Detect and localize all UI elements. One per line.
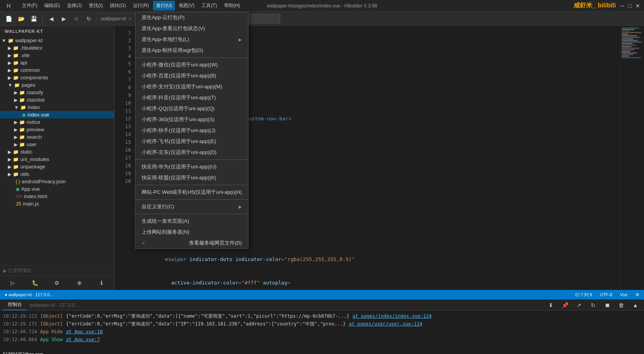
tree-item-root[interactable]: ▼ 📁 wallpaper-kt bbox=[0, 37, 114, 44]
menu-mp-toutiao[interactable]: 小程序-抖音(仅适用于uni-app)(T) bbox=[135, 92, 248, 103]
log-source-link[interactable]: at App.vue:7 bbox=[66, 336, 100, 343]
console-scroll-bottom[interactable]: ⬇ bbox=[545, 300, 556, 311]
close-button[interactable]: ✕ bbox=[635, 3, 641, 9]
folder-closed-icon: ▶ bbox=[8, 45, 11, 51]
menu-edit[interactable]: 编辑(E) bbox=[41, 1, 63, 11]
tree-item-unpackage[interactable]: ▶ 📁 unpackage bbox=[0, 163, 114, 170]
console-pin-button[interactable]: 📌 bbox=[559, 300, 570, 311]
folder-closed-icon: ▶ bbox=[14, 97, 18, 103]
tab-close-icon[interactable]: ✕ bbox=[129, 17, 132, 21]
console-stop-button[interactable]: ⏹ bbox=[602, 300, 613, 311]
tree-item-index-vue[interactable]: ◉ index.vue bbox=[0, 111, 114, 118]
open-file-button[interactable]: 📂 bbox=[16, 13, 27, 24]
menu-gen-publish-page[interactable]: 生成统一发布页面(A) bbox=[135, 216, 248, 227]
tree-item-classlist[interactable]: ▶ 📁 classlist bbox=[0, 96, 114, 104]
tree-item-notice[interactable]: ▶ 📁 notice bbox=[0, 118, 114, 126]
tab-console[interactable]: 控制台 bbox=[3, 300, 27, 310]
menu-custom-publish[interactable]: 自定义发行(C) bbox=[135, 201, 248, 212]
menu-quickapp-huawei[interactable]: 快应用-华为(仅适用于uni-app)(U) bbox=[135, 161, 248, 172]
tree-item-user[interactable]: ▶ 📁 user bbox=[0, 141, 114, 148]
menu-native-cloud-status[interactable]: 原生App-查看云打包状态(V) bbox=[135, 23, 248, 34]
sidebar-settings-button[interactable]: ⚙ bbox=[52, 277, 63, 288]
app-icon[interactable]: H bbox=[3, 0, 14, 11]
sidebar-ext-button[interactable]: ⊕ bbox=[74, 277, 85, 288]
bookmark-button[interactable]: ☆ bbox=[71, 13, 82, 24]
minimize-button[interactable]: ─ bbox=[619, 3, 625, 9]
tree-item-uni-modules[interactable]: ▶ 📁 uni_modules bbox=[0, 156, 114, 163]
menu-item-label: 小程序-快手(仅适用于uni-app)(J) bbox=[142, 127, 216, 134]
sidebar-info-button[interactable]: ℹ bbox=[96, 277, 107, 288]
log-source-link[interactable]: at App.vue:10 bbox=[66, 328, 103, 336]
menu-native-wgt[interactable]: 原生App-制作应用wgt包(G) bbox=[135, 45, 248, 56]
new-file-button[interactable]: 📄 bbox=[3, 13, 14, 24]
menu-mp-kuaishou[interactable]: 小程序-快手(仅适用于uni-app)(J) bbox=[135, 125, 248, 136]
status-project[interactable]: ● wallpaper-kt · 127.0.0... bbox=[3, 292, 55, 297]
tree-item-components[interactable]: ▶ 📁 components bbox=[0, 74, 114, 81]
menu-h5[interactable]: 网站-PC Web或手机H5(仅适用于uni-app)(H) bbox=[135, 187, 248, 198]
menu-mp-feishu[interactable]: 小程序-飞书(仅适用于uni-app)(E) bbox=[135, 136, 248, 147]
console-collapse-button[interactable]: ▲ bbox=[630, 300, 641, 311]
tree-item-main-js[interactable]: JS main.js bbox=[0, 200, 114, 207]
refresh-button[interactable]: ↻ bbox=[83, 13, 94, 24]
tree-item-hbuilderx[interactable]: ▶ 📁 .hbuilderx bbox=[0, 44, 114, 52]
tree-item-common[interactable]: ▶ 📁 common bbox=[0, 66, 114, 74]
minimap-line bbox=[622, 43, 633, 44]
menu-find[interactable]: 查找(I) bbox=[86, 1, 106, 11]
toolbar-separator bbox=[42, 15, 43, 23]
log-timestamp: 10:12:29.123 bbox=[3, 312, 37, 320]
menu-quickapp-union[interactable]: 快应用-联盟(仅适用于uni-app)(K) bbox=[135, 172, 248, 183]
menu-view[interactable]: 视图(V) bbox=[176, 1, 198, 11]
status-settings-icon[interactable]: ⚙ bbox=[634, 292, 641, 297]
menu-native-cloud-pack[interactable]: 原生App-云打包(P) bbox=[135, 12, 248, 23]
menu-publish[interactable]: 发行(U) bbox=[153, 1, 175, 11]
menu-mp-wechat[interactable]: 小程序-微信(仅适用于uni-app)(W) bbox=[135, 59, 248, 70]
menu-bar: 文件(F) 编辑(E) 选择(J) 查找(I) 跳转(G) 运行(R) 发行(U… bbox=[19, 1, 243, 11]
menu-run[interactable]: 运行(R) bbox=[130, 1, 152, 11]
menu-item-label: 查看服务端网页文件(D) bbox=[189, 240, 242, 247]
menu-native-local-pack[interactable]: 原生App-本地打包(L) bbox=[135, 34, 248, 45]
tree-item-app-vue[interactable]: ◉ App.vue bbox=[0, 185, 114, 193]
menu-mp-jingdong[interactable]: 小程序-京东(仅适用于uni-app)(D) bbox=[135, 147, 248, 158]
menu-tools[interactable]: 工具(T) bbox=[198, 1, 220, 11]
status-file-type[interactable]: Vue bbox=[619, 292, 629, 297]
tree-item-pages[interactable]: ▼ 📁 pages bbox=[0, 81, 114, 89]
console-content: 10:12:29.123 [Object] {"errCode":0,"errM… bbox=[0, 311, 644, 354]
tree-item-index[interactable]: ▼ 📁 index bbox=[0, 104, 114, 111]
menu-select[interactable]: 选择(J) bbox=[64, 1, 85, 11]
console-external-link[interactable]: ↗ bbox=[574, 300, 585, 311]
tree-item-utils[interactable]: ▶ 📁 utils bbox=[0, 170, 114, 178]
menu-mp-qq[interactable]: 小程序-QQ(仅适用于uni-app)(Q) bbox=[135, 103, 248, 114]
console-refresh-button[interactable]: ↻ bbox=[588, 300, 599, 311]
menu-mp-alipay[interactable]: 小程序-支付宝(仅适用于uni-app)(M) bbox=[135, 81, 248, 92]
nav-forward-button[interactable]: ▶ bbox=[58, 13, 69, 24]
tree-item-classify[interactable]: ▶ 📁 classify bbox=[0, 89, 114, 96]
nav-back-button[interactable]: ◀ bbox=[46, 13, 57, 24]
status-encoding[interactable]: UTF-8 bbox=[599, 292, 614, 297]
folder-open-icon: ▼ bbox=[2, 38, 6, 43]
save-button[interactable]: 💾 bbox=[28, 13, 39, 24]
tree-item-preview[interactable]: ▶ 📁 preview bbox=[0, 126, 114, 133]
tab-wallpaper-kt[interactable]: wallpaper-kt ✕ bbox=[96, 13, 137, 24]
menu-view-server-files[interactable]: ✓ 查看服务端网页文件(D) bbox=[135, 238, 248, 249]
menu-upload-server[interactable]: 上传网站到服务器(N) bbox=[135, 227, 248, 238]
menu-mp-360[interactable]: 小程序-360(仅适用于uni-app)(S) bbox=[135, 114, 248, 125]
maximize-button[interactable]: □ bbox=[627, 3, 633, 9]
tree-item-search[interactable]: ▶ 📁 search bbox=[0, 133, 114, 141]
sidebar-debug-button[interactable]: 🐛 bbox=[29, 277, 40, 288]
tree-item-static[interactable]: ▶ 📁 static bbox=[0, 148, 114, 156]
console-clear-button[interactable]: 🗑 bbox=[616, 300, 627, 311]
tree-item-androidprivacy[interactable]: { } androidPrivacy.json bbox=[0, 178, 114, 185]
menu-mp-baidu[interactable]: 小程序-百度(仅适用于uni-app)(B) bbox=[135, 70, 248, 81]
status-position[interactable]: 行:7 列:9 bbox=[574, 292, 594, 298]
tree-item-vite[interactable]: ▶ 📁 .vite bbox=[0, 52, 114, 59]
tree-label: user bbox=[27, 141, 36, 147]
log-source-link[interactable]: at pages/index/index.vue:124 bbox=[353, 312, 432, 320]
menu-file[interactable]: 文件(F) bbox=[19, 1, 40, 11]
tree-item-api[interactable]: ▶ 📁 api bbox=[0, 59, 114, 66]
menu-help[interactable]: 帮助(H) bbox=[221, 1, 243, 11]
tree-label-index: index bbox=[28, 104, 40, 110]
log-source-link[interactable]: at pages/user/user.vue:114 bbox=[349, 320, 423, 328]
tree-item-index-html[interactable]: </> index.html bbox=[0, 193, 114, 200]
sidebar-run-button[interactable]: ▷ bbox=[7, 277, 18, 288]
menu-goto[interactable]: 跳转(G) bbox=[107, 1, 129, 11]
